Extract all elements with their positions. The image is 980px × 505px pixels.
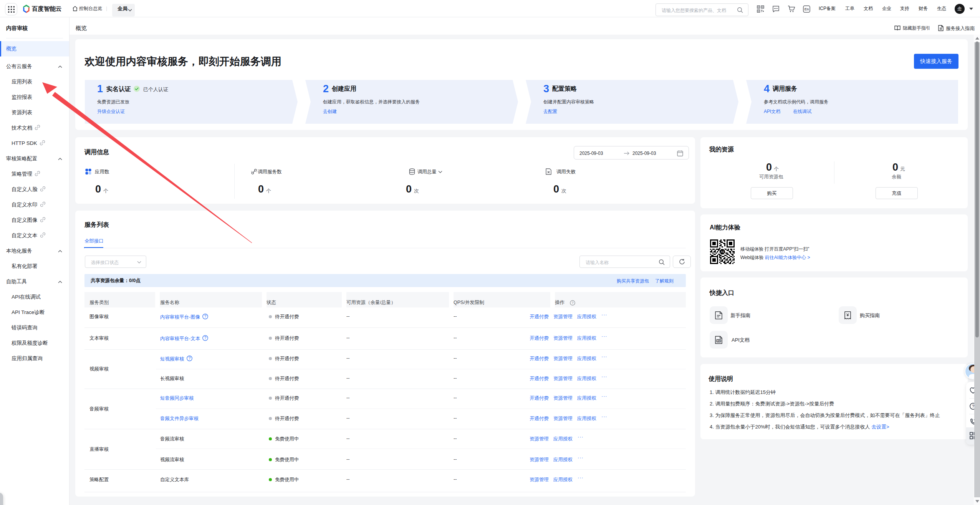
svg-text:En: En	[805, 7, 809, 11]
svg-text:API: API	[717, 340, 720, 342]
svg-text:AI: AI	[720, 249, 724, 254]
svg-text:?: ?	[571, 301, 573, 305]
